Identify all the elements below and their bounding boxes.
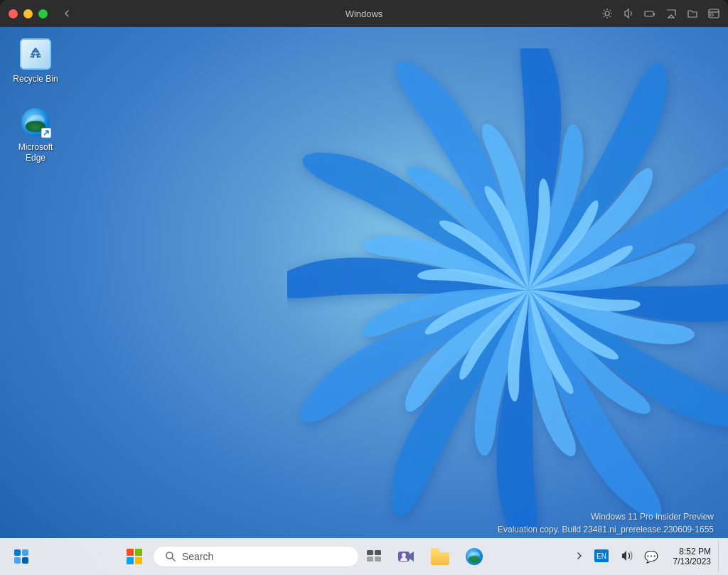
svg-rect-25	[375, 557, 381, 561]
folder-body	[431, 552, 449, 565]
mac-toolbar-icons	[601, 8, 719, 19]
svg-rect-13	[710, 14, 713, 16]
win-logo-tl	[127, 549, 134, 556]
folder-icon	[687, 8, 698, 19]
win-logo-bl	[127, 557, 134, 564]
watermark-line2: Evaluation copy. Build 23481.ni_prerelea…	[498, 523, 714, 536]
close-button[interactable]	[9, 9, 18, 18]
svg-text:EN: EN	[596, 552, 606, 560]
window-title: Windows	[346, 9, 383, 19]
mac-window-controls[interactable]	[9, 9, 48, 18]
recycle-bin-icon[interactable]: Recycle Bin	[7, 34, 64, 88]
watermark: Windows 11 Pro Insider Preview Evaluatio…	[498, 510, 714, 536]
svg-rect-23	[375, 550, 381, 555]
svg-point-29	[469, 556, 480, 563]
svg-line-5	[604, 10, 604, 11]
clock-display[interactable]: 8:52 PM 7/13/2023	[665, 544, 715, 569]
recycle-bin-label: Recycle Bin	[13, 74, 58, 85]
search-bar[interactable]: Search	[153, 546, 359, 567]
svg-point-27	[402, 553, 406, 557]
edge-label: Microsoft Edge	[10, 142, 61, 164]
taskbar-center: Search	[40, 541, 569, 572]
search-label: Search	[182, 551, 213, 562]
watermark-line1: Windows 11 Pro Insider Preview	[498, 510, 714, 523]
language-button[interactable]: EN	[590, 547, 613, 566]
svg-rect-19	[22, 557, 28, 564]
start-button[interactable]	[119, 541, 150, 572]
svg-rect-9	[645, 11, 653, 16]
edge-icon[interactable]: Microsoft Edge	[7, 102, 64, 167]
file-explorer-button[interactable]	[424, 541, 456, 572]
svg-rect-24	[367, 557, 373, 561]
win-logo-tr	[135, 549, 142, 556]
clock-time: 8:52 PM	[679, 547, 711, 557]
desktop-icons: Recycle Bin	[7, 34, 64, 167]
taskbar-right: EN 💬 8:52 PM 7/13/2023	[572, 541, 722, 572]
brightness-icon	[601, 8, 613, 19]
window-icon	[708, 8, 719, 19]
svg-line-8	[610, 10, 611, 11]
taskbar-edge-button[interactable]	[459, 541, 490, 572]
mac-titlebar: Windows	[0, 0, 728, 27]
battery-icon	[644, 8, 655, 19]
svg-rect-10	[654, 14, 655, 16]
clock-date: 7/13/2023	[673, 557, 711, 566]
svg-line-7	[604, 16, 604, 17]
svg-rect-17	[22, 549, 28, 556]
show-desktop-button[interactable]	[718, 541, 722, 572]
svg-point-0	[605, 11, 609, 16]
task-view-button[interactable]	[362, 544, 387, 569]
windows-desktop[interactable]: Recycle Bin	[0, 27, 728, 575]
svg-rect-16	[14, 549, 21, 556]
svg-line-21	[172, 558, 175, 561]
widgets-button[interactable]	[6, 541, 37, 572]
svg-rect-11	[709, 9, 719, 18]
meet-now-button[interactable]	[390, 541, 422, 572]
svg-line-6	[610, 16, 611, 17]
volume-button[interactable]	[616, 547, 637, 566]
svg-rect-18	[14, 557, 21, 564]
maximize-button[interactable]	[38, 9, 48, 18]
minimize-button[interactable]	[23, 9, 33, 18]
win-logo-br	[135, 557, 142, 564]
nav-back-icon[interactable]	[62, 9, 72, 18]
taskbar: Search	[0, 538, 728, 575]
show-hidden-icons-button[interactable]	[572, 549, 587, 564]
svg-rect-22	[367, 550, 373, 555]
audio-icon	[623, 8, 634, 19]
notifications-button[interactable]: 💬	[640, 547, 663, 566]
search-icon	[165, 551, 176, 562]
airplay-icon	[665, 8, 677, 19]
bloom-wallpaper	[0, 27, 728, 575]
